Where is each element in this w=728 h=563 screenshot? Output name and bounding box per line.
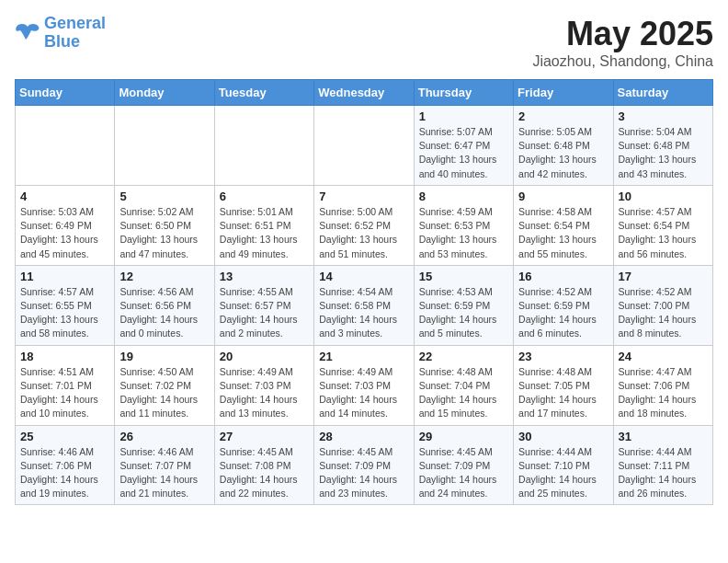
calendar-cell bbox=[16, 106, 115, 186]
day-number: 11 bbox=[20, 270, 109, 283]
calendar-cell: 1Sunrise: 5:07 AM Sunset: 6:47 PM Daylig… bbox=[414, 106, 513, 186]
header-friday: Friday bbox=[514, 80, 613, 106]
day-number: 5 bbox=[119, 190, 209, 203]
day-number: 22 bbox=[419, 350, 508, 363]
day-number: 16 bbox=[518, 270, 608, 283]
day-number: 7 bbox=[319, 190, 408, 203]
day-info: Sunrise: 4:52 AM Sunset: 6:59 PM Dayligh… bbox=[518, 285, 608, 341]
calendar-cell: 29Sunrise: 4:45 AM Sunset: 7:09 PM Dayli… bbox=[414, 425, 513, 505]
calendar-cell: 10Sunrise: 4:57 AM Sunset: 6:54 PM Dayli… bbox=[613, 185, 712, 265]
header-wednesday: Wednesday bbox=[314, 80, 414, 106]
calendar-cell: 13Sunrise: 4:55 AM Sunset: 6:57 PM Dayli… bbox=[214, 265, 313, 345]
calendar-header: SundayMondayTuesdayWednesdayThursdayFrid… bbox=[16, 80, 713, 106]
day-info: Sunrise: 5:02 AM Sunset: 6:50 PM Dayligh… bbox=[119, 205, 209, 261]
calendar-cell: 31Sunrise: 4:44 AM Sunset: 7:11 PM Dayli… bbox=[613, 425, 712, 505]
day-info: Sunrise: 5:03 AM Sunset: 6:49 PM Dayligh… bbox=[20, 205, 109, 261]
day-info: Sunrise: 4:50 AM Sunset: 7:02 PM Dayligh… bbox=[119, 365, 209, 421]
day-info: Sunrise: 4:59 AM Sunset: 6:53 PM Dayligh… bbox=[419, 205, 508, 261]
day-number: 3 bbox=[619, 109, 708, 123]
day-info: Sunrise: 4:55 AM Sunset: 6:57 PM Dayligh… bbox=[220, 285, 309, 341]
calendar-cell: 11Sunrise: 4:57 AM Sunset: 6:55 PM Dayli… bbox=[16, 265, 115, 345]
calendar-cell: 9Sunrise: 4:58 AM Sunset: 6:54 PM Daylig… bbox=[514, 185, 613, 265]
calendar-cell: 8Sunrise: 4:59 AM Sunset: 6:53 PM Daylig… bbox=[414, 185, 513, 265]
day-info: Sunrise: 4:58 AM Sunset: 6:54 PM Dayligh… bbox=[518, 205, 608, 261]
page-header: General Blue May 2025 Jiaozhou, Shandong… bbox=[15, 15, 713, 70]
calendar-cell: 26Sunrise: 4:46 AM Sunset: 7:07 PM Dayli… bbox=[115, 425, 214, 505]
day-info: Sunrise: 4:46 AM Sunset: 7:07 PM Dayligh… bbox=[119, 445, 209, 501]
day-info: Sunrise: 4:46 AM Sunset: 7:06 PM Dayligh… bbox=[20, 445, 109, 501]
header-row: SundayMondayTuesdayWednesdayThursdayFrid… bbox=[16, 80, 713, 106]
day-number: 31 bbox=[619, 430, 708, 443]
day-number: 10 bbox=[619, 190, 708, 203]
day-number: 14 bbox=[319, 270, 408, 283]
calendar-cell: 30Sunrise: 4:44 AM Sunset: 7:10 PM Dayli… bbox=[514, 425, 613, 505]
calendar-cell: 22Sunrise: 4:48 AM Sunset: 7:04 PM Dayli… bbox=[414, 345, 513, 425]
day-info: Sunrise: 4:56 AM Sunset: 6:56 PM Dayligh… bbox=[119, 285, 209, 341]
day-number: 9 bbox=[518, 190, 608, 203]
calendar-cell: 3Sunrise: 5:04 AM Sunset: 6:48 PM Daylig… bbox=[613, 106, 712, 186]
calendar-cell: 21Sunrise: 4:49 AM Sunset: 7:03 PM Dayli… bbox=[314, 345, 414, 425]
day-info: Sunrise: 4:44 AM Sunset: 7:10 PM Dayligh… bbox=[518, 445, 608, 501]
calendar-cell: 24Sunrise: 4:47 AM Sunset: 7:06 PM Dayli… bbox=[613, 345, 712, 425]
week-row-2: 11Sunrise: 4:57 AM Sunset: 6:55 PM Dayli… bbox=[16, 265, 713, 345]
day-number: 19 bbox=[119, 350, 209, 363]
header-monday: Monday bbox=[115, 80, 214, 106]
calendar-subtitle: Jiaozhou, Shandong, China bbox=[532, 53, 713, 70]
day-info: Sunrise: 4:54 AM Sunset: 6:58 PM Dayligh… bbox=[319, 285, 408, 341]
calendar-cell: 23Sunrise: 4:48 AM Sunset: 7:05 PM Dayli… bbox=[514, 345, 613, 425]
calendar-cell: 15Sunrise: 4:53 AM Sunset: 6:59 PM Dayli… bbox=[414, 265, 513, 345]
logo-general: General bbox=[44, 14, 106, 32]
day-number: 29 bbox=[419, 430, 508, 443]
day-number: 17 bbox=[619, 270, 708, 283]
week-row-4: 25Sunrise: 4:46 AM Sunset: 7:06 PM Dayli… bbox=[16, 425, 713, 505]
day-info: Sunrise: 4:45 AM Sunset: 7:09 PM Dayligh… bbox=[319, 445, 408, 501]
calendar-cell: 14Sunrise: 4:54 AM Sunset: 6:58 PM Dayli… bbox=[314, 265, 414, 345]
calendar-cell: 4Sunrise: 5:03 AM Sunset: 6:49 PM Daylig… bbox=[16, 185, 115, 265]
day-info: Sunrise: 5:07 AM Sunset: 6:47 PM Dayligh… bbox=[419, 125, 508, 181]
day-info: Sunrise: 5:04 AM Sunset: 6:48 PM Dayligh… bbox=[619, 125, 708, 181]
day-number: 8 bbox=[419, 190, 508, 203]
day-number: 12 bbox=[119, 270, 209, 283]
day-info: Sunrise: 4:45 AM Sunset: 7:09 PM Dayligh… bbox=[419, 445, 508, 501]
header-sunday: Sunday bbox=[16, 80, 115, 106]
day-number: 13 bbox=[220, 270, 309, 283]
header-thursday: Thursday bbox=[414, 80, 513, 106]
calendar-cell: 25Sunrise: 4:46 AM Sunset: 7:06 PM Dayli… bbox=[16, 425, 115, 505]
day-number: 4 bbox=[20, 190, 109, 203]
day-number: 6 bbox=[220, 190, 309, 203]
calendar-cell: 19Sunrise: 4:50 AM Sunset: 7:02 PM Dayli… bbox=[115, 345, 214, 425]
calendar-cell: 28Sunrise: 4:45 AM Sunset: 7:09 PM Dayli… bbox=[314, 425, 414, 505]
week-row-3: 18Sunrise: 4:51 AM Sunset: 7:01 PM Dayli… bbox=[16, 345, 713, 425]
day-number: 20 bbox=[220, 350, 309, 363]
title-block: May 2025 Jiaozhou, Shandong, China bbox=[532, 15, 713, 70]
day-number: 23 bbox=[518, 350, 608, 363]
day-number: 28 bbox=[319, 430, 408, 443]
day-number: 15 bbox=[419, 270, 508, 283]
calendar-cell: 18Sunrise: 4:51 AM Sunset: 7:01 PM Dayli… bbox=[16, 345, 115, 425]
calendar-cell: 6Sunrise: 5:01 AM Sunset: 6:51 PM Daylig… bbox=[214, 185, 313, 265]
day-number: 25 bbox=[20, 430, 109, 443]
day-info: Sunrise: 4:45 AM Sunset: 7:08 PM Dayligh… bbox=[220, 445, 309, 501]
calendar-cell: 16Sunrise: 4:52 AM Sunset: 6:59 PM Dayli… bbox=[514, 265, 613, 345]
day-info: Sunrise: 5:01 AM Sunset: 6:51 PM Dayligh… bbox=[220, 205, 309, 261]
logo-blue: Blue bbox=[44, 32, 80, 51]
week-row-1: 4Sunrise: 5:03 AM Sunset: 6:49 PM Daylig… bbox=[16, 185, 713, 265]
logo: General Blue bbox=[15, 15, 106, 52]
day-info: Sunrise: 4:48 AM Sunset: 7:04 PM Dayligh… bbox=[419, 365, 508, 421]
calendar-cell: 20Sunrise: 4:49 AM Sunset: 7:03 PM Dayli… bbox=[214, 345, 313, 425]
calendar-cell: 5Sunrise: 5:02 AM Sunset: 6:50 PM Daylig… bbox=[115, 185, 214, 265]
day-number: 2 bbox=[518, 109, 608, 123]
day-info: Sunrise: 4:51 AM Sunset: 7:01 PM Dayligh… bbox=[20, 365, 109, 421]
calendar-cell: 12Sunrise: 4:56 AM Sunset: 6:56 PM Dayli… bbox=[115, 265, 214, 345]
calendar-cell: 17Sunrise: 4:52 AM Sunset: 7:00 PM Dayli… bbox=[613, 265, 712, 345]
header-saturday: Saturday bbox=[613, 80, 712, 106]
day-number: 24 bbox=[619, 350, 708, 363]
header-tuesday: Tuesday bbox=[214, 80, 313, 106]
day-info: Sunrise: 4:47 AM Sunset: 7:06 PM Dayligh… bbox=[619, 365, 708, 421]
calendar-cell bbox=[214, 106, 313, 186]
day-info: Sunrise: 4:49 AM Sunset: 7:03 PM Dayligh… bbox=[220, 365, 309, 421]
day-info: Sunrise: 4:57 AM Sunset: 6:54 PM Dayligh… bbox=[619, 205, 708, 261]
calendar-cell: 2Sunrise: 5:05 AM Sunset: 6:48 PM Daylig… bbox=[514, 106, 613, 186]
week-row-0: 1Sunrise: 5:07 AM Sunset: 6:47 PM Daylig… bbox=[16, 106, 713, 186]
calendar-title: May 2025 bbox=[532, 15, 713, 53]
